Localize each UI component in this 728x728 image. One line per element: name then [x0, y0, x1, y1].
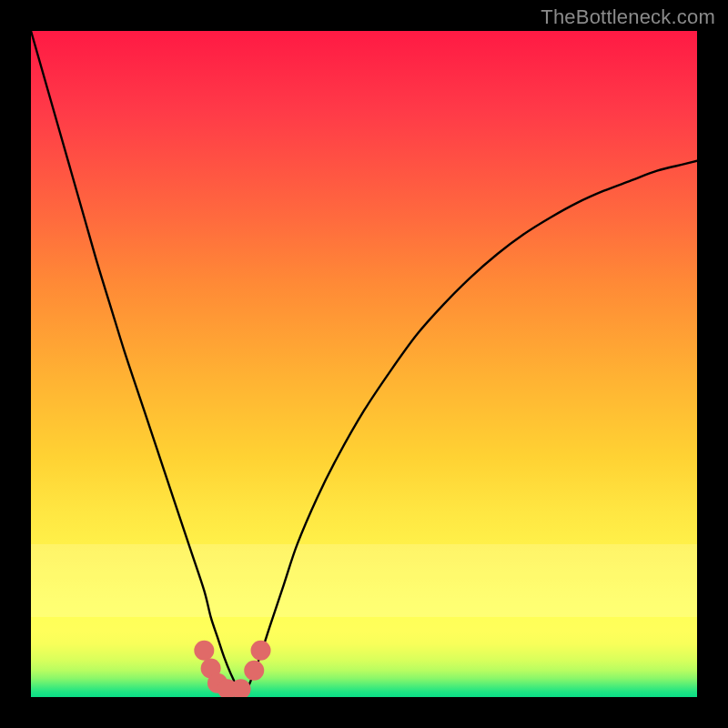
- marker-dot: [244, 661, 264, 681]
- bottleneck-curve: [31, 31, 697, 697]
- watermark-text: TheBottleneck.com: [541, 5, 715, 29]
- marker-dot: [194, 641, 214, 661]
- marker-dot: [251, 641, 271, 661]
- curve-left-branch: [31, 31, 244, 697]
- plot-area: [31, 31, 697, 697]
- chart-frame: TheBottleneck.com: [0, 0, 728, 728]
- curve-right-branch: [244, 161, 697, 697]
- near-zero-markers: [194, 641, 270, 697]
